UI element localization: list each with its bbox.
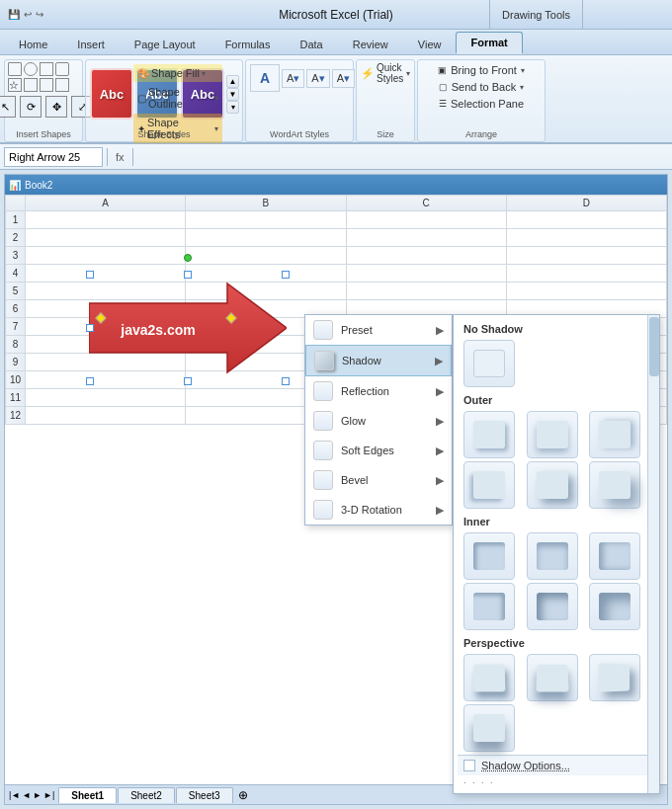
wordart-text-effects[interactable]: A▾ bbox=[332, 69, 355, 88]
shadow-none[interactable] bbox=[463, 340, 515, 387]
handle-bot-left[interactable] bbox=[86, 377, 94, 385]
col-header-b[interactable]: B bbox=[186, 196, 346, 211]
shape-move[interactable]: ✥ bbox=[45, 96, 67, 118]
cell-d1[interactable] bbox=[506, 211, 666, 229]
shadow-inner-2[interactable] bbox=[527, 532, 578, 580]
function-icon[interactable]: fx bbox=[112, 151, 128, 163]
shadow-scrollbar-thumb[interactable] bbox=[649, 317, 659, 376]
tab-formulas[interactable]: Formulas bbox=[210, 34, 286, 54]
new-sheet-btn[interactable]: ⊕ bbox=[234, 788, 252, 802]
sheet-nav-last[interactable]: ►| bbox=[43, 790, 54, 800]
reshape-handle-2[interactable] bbox=[97, 314, 105, 322]
scroll-down-btn[interactable]: ▼ bbox=[226, 88, 239, 101]
shadow-inner-5[interactable] bbox=[527, 583, 578, 630]
tab-review[interactable]: Review bbox=[338, 34, 403, 54]
shape-styles-scroll[interactable]: ▲ ▼ ▾ bbox=[226, 75, 239, 114]
menu-item-glow[interactable]: Glow ▶ bbox=[305, 406, 452, 436]
send-to-back-btn[interactable]: ▢ Send to Back ▾ bbox=[435, 79, 528, 95]
menu-item-shadow[interactable]: Shadow ▶ bbox=[305, 345, 452, 376]
sheet-tab-3[interactable]: Sheet3 bbox=[176, 787, 233, 803]
menu-item-reflection[interactable]: Reflection ▶ bbox=[305, 376, 452, 406]
shape-triangle[interactable] bbox=[40, 62, 53, 76]
shadow-persp-3[interactable] bbox=[589, 654, 640, 701]
cell-c1[interactable] bbox=[346, 211, 506, 229]
row-7-header[interactable]: 7 bbox=[6, 318, 26, 336]
row-4-header[interactable]: 4 bbox=[6, 265, 26, 283]
shape-style-1[interactable]: Abc bbox=[90, 68, 133, 120]
handle-top-right[interactable] bbox=[282, 271, 290, 279]
sheet-nav-first[interactable]: |◄ bbox=[9, 790, 20, 800]
row-11-header[interactable]: 11 bbox=[6, 389, 26, 407]
handle-bot-right[interactable] bbox=[282, 377, 290, 385]
col-header-a[interactable]: A bbox=[26, 196, 186, 211]
shadow-inner-3[interactable] bbox=[589, 532, 640, 580]
cell-c5[interactable] bbox=[346, 283, 506, 300]
handle-bot-center[interactable] bbox=[184, 377, 192, 385]
cell-a12[interactable] bbox=[26, 407, 186, 425]
shape-star[interactable]: ☆ bbox=[8, 78, 22, 92]
shadow-outer-2[interactable] bbox=[527, 411, 578, 458]
cell-b3[interactable] bbox=[186, 247, 346, 265]
row-3-header[interactable]: 3 bbox=[6, 247, 26, 265]
menu-item-3d-rotation[interactable]: 3-D Rotation ▶ bbox=[305, 495, 452, 525]
selection-pane-btn[interactable]: ☰ Selection Pane bbox=[435, 96, 528, 112]
cell-a3[interactable] bbox=[26, 247, 186, 265]
arrow-shape-container[interactable]: java2s.com bbox=[89, 274, 287, 382]
row-2-header[interactable]: 2 bbox=[6, 229, 26, 247]
shadow-outer-6[interactable] bbox=[589, 461, 640, 509]
handle-mid-left[interactable] bbox=[86, 324, 94, 332]
shape-fill-btn[interactable]: 🎨 Shape Fill ▾ bbox=[133, 64, 222, 82]
sheet-nav-next[interactable]: ► bbox=[33, 790, 42, 800]
shape-line[interactable] bbox=[24, 78, 38, 92]
row-10-header[interactable]: 10 bbox=[6, 371, 26, 389]
scroll-more-btn[interactable]: ▾ bbox=[226, 101, 239, 114]
shadow-outer-4[interactable] bbox=[463, 461, 515, 509]
scroll-up-btn[interactable]: ▲ bbox=[226, 75, 239, 88]
cell-d3[interactable] bbox=[506, 247, 666, 265]
handle-top-center[interactable] bbox=[184, 271, 192, 279]
cell-d4[interactable] bbox=[506, 265, 666, 283]
bring-to-front-btn[interactable]: ▣ Bring to Front ▾ bbox=[434, 62, 529, 78]
row-9-header[interactable]: 9 bbox=[6, 354, 26, 371]
shadow-inner-4[interactable] bbox=[463, 583, 515, 630]
wordart-text-outline[interactable]: A▾ bbox=[306, 69, 329, 88]
shape-arrow[interactable] bbox=[55, 62, 69, 76]
row-12-header[interactable]: 12 bbox=[6, 407, 26, 425]
tab-data[interactable]: Data bbox=[285, 34, 337, 54]
shape-outline-btn[interactable]: ▢ Shape Outline ▾ bbox=[133, 83, 222, 113]
cell-a1[interactable] bbox=[26, 211, 186, 229]
col-header-c[interactable]: C bbox=[346, 196, 506, 211]
cell-d2[interactable] bbox=[506, 229, 666, 247]
sheet-nav-prev[interactable]: ◄ bbox=[22, 790, 31, 800]
shape-ellipse[interactable] bbox=[24, 62, 38, 76]
cell-c3[interactable] bbox=[346, 247, 506, 265]
menu-item-bevel[interactable]: Bevel ▶ bbox=[305, 465, 452, 495]
save-icon[interactable]: 💾 bbox=[8, 9, 20, 20]
sheet-tab-2[interactable]: Sheet2 bbox=[118, 787, 175, 803]
cell-c4[interactable] bbox=[346, 265, 506, 283]
quick-access-toolbar[interactable]: 💾 ↩ ↪ bbox=[8, 9, 43, 20]
menu-item-preset[interactable]: Preset ▶ bbox=[305, 315, 452, 345]
cell-d5[interactable] bbox=[506, 283, 666, 300]
undo-icon[interactable]: ↩ bbox=[24, 9, 32, 20]
formula-input[interactable] bbox=[137, 147, 668, 167]
shadow-outer-5[interactable] bbox=[527, 461, 578, 509]
shadow-outer-3[interactable] bbox=[589, 411, 640, 458]
menu-item-soft-edges[interactable]: Soft Edges ▶ bbox=[305, 436, 452, 465]
tab-insert[interactable]: Insert bbox=[62, 34, 120, 54]
row-1-header[interactable]: 1 bbox=[6, 211, 26, 229]
shadow-scrollbar[interactable] bbox=[647, 315, 659, 793]
wordart-a-btn[interactable]: A bbox=[250, 64, 280, 92]
row-6-header[interactable]: 6 bbox=[6, 300, 26, 318]
shadow-persp-4[interactable] bbox=[463, 704, 515, 752]
row-5-header[interactable]: 5 bbox=[6, 283, 26, 300]
outline-dropdown-arrow[interactable]: ▾ bbox=[214, 94, 218, 103]
fill-dropdown-arrow[interactable]: ▾ bbox=[202, 69, 206, 78]
shadow-outer-1[interactable] bbox=[463, 411, 515, 458]
cell-a11[interactable] bbox=[26, 389, 186, 407]
tab-view[interactable]: View bbox=[403, 34, 457, 54]
shape-selector[interactable]: ↖ bbox=[0, 96, 16, 118]
shape-freeform[interactable] bbox=[55, 78, 69, 92]
cell-b2[interactable] bbox=[186, 229, 346, 247]
shape-rect[interactable] bbox=[8, 62, 22, 76]
